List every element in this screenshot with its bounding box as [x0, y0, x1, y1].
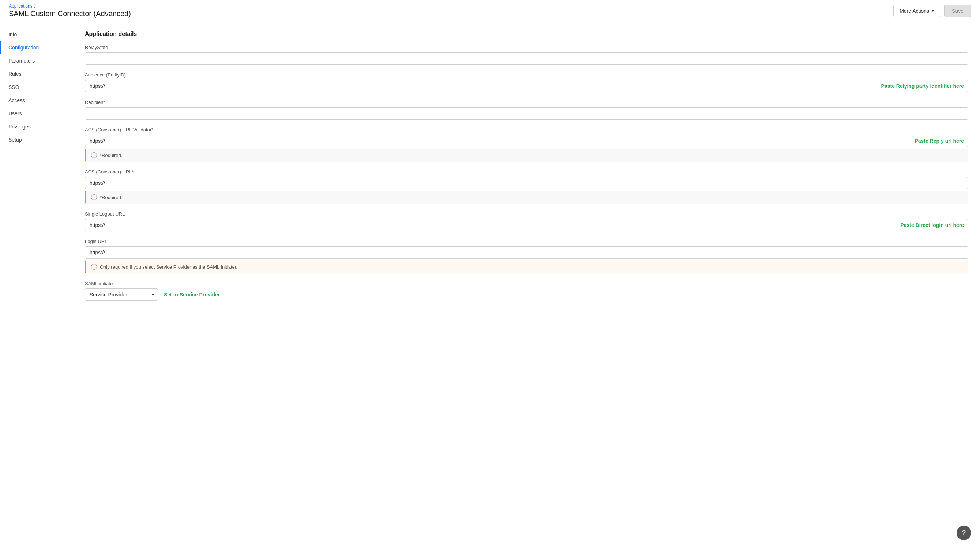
set-service-provider-label: Set to Service Provider — [164, 292, 220, 298]
acs-validator-required-alert: i *Required. — [85, 148, 968, 162]
audience-label: Audience (EntityID) — [85, 72, 968, 78]
login-url-group: Login URL i Only required if you select … — [85, 239, 968, 273]
sidebar-item-sso[interactable]: SSO — [0, 80, 73, 94]
breadcrumb-apps-link[interactable]: Applications — [9, 4, 33, 9]
sidebar-item-rules[interactable]: Rules — [0, 67, 73, 80]
login-url-label: Login URL — [85, 239, 968, 244]
audience-input[interactable] — [85, 80, 968, 92]
relay-state-label: RelayState — [85, 45, 968, 50]
saml-initiator-label: SAML initiator — [85, 281, 968, 286]
acs-validator-group: ACS (Consumer) URL Validator* Paste Repl… — [85, 127, 968, 162]
info-icon: i — [91, 152, 97, 158]
recipient-group: Recipient — [85, 99, 968, 120]
help-icon: ? — [962, 529, 966, 537]
header: Applications / SAML Custom Connector (Ad… — [0, 0, 980, 22]
saml-initiator-group: SAML initiator Service Provider Identity… — [85, 281, 968, 301]
audience-group: Audience (EntityID) Paste Relying party … — [85, 72, 968, 92]
breadcrumb-separator: / — [34, 4, 35, 9]
acs-info-icon: i — [91, 194, 97, 200]
sidebar-item-parameters[interactable]: Parameters — [0, 54, 73, 67]
saml-initiator-select-container: Service Provider Identity Provider Set t… — [85, 289, 968, 301]
sidebar-item-info[interactable]: Info — [0, 28, 73, 41]
help-fab[interactable]: ? — [956, 525, 971, 540]
saml-initiator-select-wrapper: Service Provider Identity Provider — [85, 289, 158, 301]
acs-validator-input[interactable] — [85, 135, 968, 147]
acs-validator-input-container: Paste Reply url here — [85, 135, 968, 147]
save-button[interactable]: Save — [944, 5, 971, 17]
layout: Info Configuration Parameters Rules SSO … — [0, 22, 980, 549]
relay-state-group: RelayState — [85, 45, 968, 65]
acs-url-input[interactable] — [85, 177, 968, 189]
acs-url-required-text: *Required — [100, 195, 121, 200]
audience-input-container: Paste Relying party identifier here — [85, 80, 968, 92]
login-url-info-alert: i Only required if you select Service Pr… — [85, 260, 968, 273]
header-left: Applications / SAML Custom Connector (Ad… — [9, 4, 131, 18]
acs-validator-required-text: *Required. — [100, 153, 122, 158]
single-logout-group: Single Logout URL Paste Direct login url… — [85, 211, 968, 231]
relay-state-input[interactable] — [85, 52, 968, 65]
login-info-icon: i — [91, 264, 97, 270]
acs-url-group: ACS (Consumer) URL* i *Required — [85, 169, 968, 204]
sidebar-item-configuration[interactable]: Configuration — [0, 41, 73, 54]
saml-initiator-select[interactable]: Service Provider Identity Provider — [85, 289, 158, 301]
sidebar-item-access[interactable]: Access — [0, 94, 73, 107]
single-logout-input-container: Paste Direct login url here — [85, 219, 968, 231]
single-logout-input[interactable] — [85, 219, 968, 231]
more-actions-label: More Actions — [899, 8, 929, 14]
acs-url-required-alert: i *Required — [85, 191, 968, 204]
login-url-info-text: Only required if you select Service Prov… — [100, 264, 237, 270]
sidebar: Info Configuration Parameters Rules SSO … — [0, 22, 73, 549]
login-url-input[interactable] — [85, 246, 968, 259]
acs-validator-label: ACS (Consumer) URL Validator* — [85, 127, 968, 132]
recipient-label: Recipient — [85, 99, 968, 105]
header-actions: More Actions Save — [893, 5, 971, 17]
main-content: Application details RelayState Audience … — [73, 22, 980, 549]
single-logout-label: Single Logout URL — [85, 211, 968, 217]
section-title: Application details — [85, 31, 968, 37]
sidebar-item-users[interactable]: Users — [0, 107, 73, 120]
acs-url-label: ACS (Consumer) URL* — [85, 169, 968, 175]
sidebar-item-setup[interactable]: Setup — [0, 133, 73, 147]
sidebar-item-privileges[interactable]: Privileges — [0, 120, 73, 133]
recipient-input[interactable] — [85, 107, 968, 120]
more-actions-button[interactable]: More Actions — [893, 5, 940, 17]
chevron-down-icon — [931, 10, 934, 12]
page-title: SAML Custom Connector (Advanced) — [9, 10, 131, 18]
breadcrumb: Applications / — [9, 4, 131, 9]
